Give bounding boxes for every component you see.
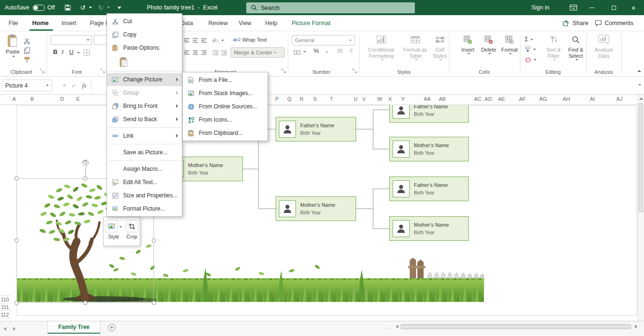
column-header[interactable]: R	[300, 96, 304, 102]
column-header[interactable]: AF	[519, 96, 526, 102]
menu-item-change-picture[interactable]: Change Picture	[107, 73, 182, 86]
search-bar[interactable]: Search	[246, 2, 415, 13]
tab-insert[interactable]: Insert	[60, 15, 78, 31]
find-select-button[interactable]: Find & Select	[565, 34, 586, 73]
vertical-scrollbar[interactable]	[637, 95, 644, 321]
save-icon[interactable]	[63, 2, 73, 13]
family-box[interactable]: Mother's NameBirth Year	[389, 137, 469, 161]
underline-button[interactable]: U	[69, 48, 73, 55]
ribbon-display-options-icon[interactable]	[568, 2, 579, 13]
resize-handle-nw[interactable]	[15, 177, 19, 181]
style-dropdown-icon[interactable]	[119, 226, 122, 228]
menu-item-edit-alt-text[interactable]: Edit Alt Text...	[107, 176, 182, 189]
menu-item-format-picture[interactable]: Format Picture...	[107, 202, 182, 215]
font-dialog-launcher-icon[interactable]	[100, 69, 106, 74]
family-box[interactable]: Father's NameBirth Year	[389, 105, 469, 123]
horizontal-scrollbar[interactable]	[396, 323, 637, 330]
column-header[interactable]: E	[76, 96, 80, 102]
tab-help[interactable]: Help	[263, 15, 279, 31]
column-header[interactable]: AE	[498, 96, 505, 102]
clipboard-dialog-launcher-icon[interactable]	[40, 69, 45, 74]
tab-view[interactable]: View	[237, 15, 253, 31]
font-size-input[interactable]	[94, 35, 107, 45]
alignment-dialog-launcher-icon[interactable]	[281, 69, 287, 74]
orientation-dropdown-icon[interactable]	[221, 40, 224, 41]
crop-button[interactable]: Crop	[126, 220, 138, 246]
percent-icon[interactable]: %	[313, 47, 319, 54]
resize-handle-e[interactable]	[152, 239, 156, 243]
number-dialog-launcher-icon[interactable]	[352, 69, 358, 74]
column-header[interactable]: A	[12, 96, 16, 102]
rotation-handle[interactable]	[83, 160, 89, 166]
cut-icon[interactable]	[24, 37, 34, 45]
column-header[interactable]: V	[362, 96, 366, 102]
menu-item-bring-to-front[interactable]: Bring to Front	[107, 99, 182, 113]
comments-button[interactable]: Comments	[595, 15, 633, 31]
column-header[interactable]: W	[377, 96, 382, 102]
column-header[interactable]: AJ	[617, 96, 623, 102]
increase-indent-icon[interactable]	[221, 48, 231, 57]
column-headers[interactable]: A B D E P Q R S T U V W X Y AA AB AC AD …	[0, 95, 637, 105]
fill-button[interactable]	[525, 46, 536, 53]
accounting-format-icon[interactable]	[294, 48, 304, 57]
maximize-button[interactable]	[603, 0, 624, 15]
column-header[interactable]: U	[354, 96, 358, 102]
menu-item-link[interactable]: Link	[107, 129, 182, 142]
formula-bar-expand-icon[interactable]	[638, 84, 641, 86]
borders-icon[interactable]	[83, 48, 94, 57]
row-header[interactable]: 111	[0, 303, 10, 311]
autosum-button[interactable]: Σ	[525, 36, 533, 43]
column-header[interactable]: Y	[401, 96, 404, 102]
family-box[interactable]: Father's NameBirth Year	[276, 117, 356, 141]
resize-handle-n[interactable]	[83, 177, 88, 181]
row-header[interactable]: 112	[0, 311, 10, 318]
scroll-left-icon[interactable]	[396, 325, 398, 328]
align-bottom-icon[interactable]	[201, 36, 211, 44]
family-box[interactable]: Father's NameBirth Year	[389, 177, 469, 201]
collapse-ribbon-icon[interactable]	[637, 70, 641, 72]
paste-option-keep-source[interactable]	[107, 54, 182, 70]
horizontal-scroll-thumb[interactable]	[401, 324, 631, 329]
column-header[interactable]: T	[330, 96, 333, 102]
column-header[interactable]: S	[313, 96, 316, 102]
submenu-item-from-online-sources[interactable]: From Online Sources...	[183, 100, 268, 113]
delete-cells-button[interactable]: Delete	[478, 34, 499, 73]
menu-item-copy[interactable]: Copy	[107, 28, 182, 41]
resize-handle-s[interactable]	[83, 301, 88, 305]
add-sheet-button[interactable]: +	[108, 324, 116, 331]
style-button[interactable]: Style	[106, 220, 122, 246]
tab-picture-format[interactable]: Picture Format	[290, 15, 332, 31]
clear-button[interactable]	[525, 57, 537, 62]
column-header[interactable]: AA	[424, 96, 431, 102]
paste-dropdown-icon[interactable]	[12, 56, 15, 57]
close-button[interactable]: ×	[623, 0, 644, 15]
column-header[interactable]: Q	[287, 96, 292, 102]
submenu-item-from-icons[interactable]: From Icons...	[183, 113, 268, 126]
menu-item-cut[interactable]: Cut	[107, 15, 182, 28]
undo-icon[interactable]: ↺	[78, 2, 88, 13]
family-box[interactable]: Mother's NameBirth Year	[276, 196, 356, 221]
comma-icon[interactable]: ,	[326, 45, 328, 54]
sheet-prev-icon[interactable]	[4, 326, 6, 332]
column-header[interactable]: AH	[563, 96, 570, 102]
number-format-select[interactable]: General	[292, 35, 355, 45]
undo-chevron-icon[interactable]	[89, 7, 92, 9]
copy-icon[interactable]	[24, 46, 34, 55]
scroll-up-icon[interactable]	[638, 95, 644, 100]
scroll-right-icon[interactable]	[635, 325, 637, 328]
accounting-dropdown-icon[interactable]	[303, 51, 306, 53]
tab-file[interactable]: File	[7, 15, 20, 31]
column-header[interactable]: AC	[474, 96, 481, 102]
tab-splitter-dots[interactable]: ⋯	[385, 325, 391, 331]
format-cells-button[interactable]: Format	[499, 34, 520, 73]
merge-center-button[interactable]: Merge & Center	[231, 47, 285, 58]
name-box[interactable]: Picture 4	[2, 80, 52, 91]
share-button[interactable]: Share	[563, 15, 588, 31]
vertical-scroll-thumb[interactable]	[639, 103, 643, 212]
minimize-button[interactable]	[581, 0, 602, 15]
submenu-item-from-stock-images[interactable]: From Stock Images...	[183, 87, 268, 100]
autosave-toggle[interactable]	[33, 5, 45, 11]
column-header[interactable]: D	[60, 96, 64, 102]
wrap-text-button[interactable]: ab Wrap Text	[233, 37, 267, 43]
resize-handle-se[interactable]	[152, 301, 156, 305]
